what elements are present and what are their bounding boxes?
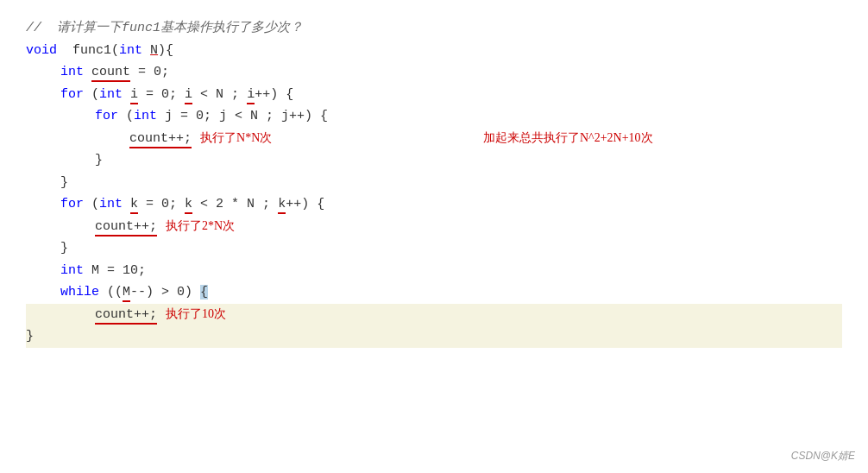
annotation-far-total: 加起来总共执行了N^2+2N+10次 — [483, 128, 653, 148]
m-var: M = 10; — [84, 260, 146, 282]
for-i-rest: i = 0; i < N ; i++) { — [123, 84, 293, 106]
annotation-2n: 执行了2*N次 — [166, 216, 235, 236]
func-name: func1( — [57, 40, 119, 62]
int-count-line: int count = 0; — [26, 61, 842, 84]
for-keyword-3: for — [60, 193, 84, 216]
count-pp-1: count++; — [129, 128, 192, 150]
int-keyword-4: int — [134, 105, 157, 128]
annotation-nn: 执行了N*N次 — [200, 128, 272, 148]
int-keyword-5: int — [99, 193, 123, 216]
for-k-line: for ( int k = 0; k < 2 * N ; k++) { — [26, 193, 842, 216]
while-keyword: while — [60, 281, 99, 304]
while-line: while ((M--) > 0) { — [26, 281, 842, 304]
close-brace-2: } — [26, 172, 842, 194]
for-k-rest: k = 0; k < 2 * N ; k++) { — [123, 193, 324, 216]
while-content: ((M--) > 0) { — [99, 281, 208, 304]
for-j-rest: j = 0; j < N ; j++) { — [157, 105, 328, 128]
close-brace-1: } — [26, 149, 842, 172]
int-keyword-1: int — [119, 40, 142, 62]
for-keyword-2: for — [95, 105, 118, 128]
for-keyword-1: for — [60, 84, 84, 106]
int-keyword-6: int — [60, 260, 84, 282]
for-j-content: ( — [118, 105, 134, 128]
annotation-10: 执行了10次 — [166, 304, 226, 325]
for-j-line: for ( int j = 0; j < N ; j++) { — [26, 105, 842, 128]
count-pp-3-line: count++; 执行了10次 — [26, 304, 842, 326]
func-signature: void func1( int N){ — [26, 40, 842, 62]
close-brace-3: } — [26, 237, 842, 260]
count-pp-2-line: count++; 执行了2*N次 — [26, 216, 842, 238]
for-k-content: ( — [84, 193, 99, 216]
count-pp-2: count++; — [95, 216, 157, 238]
for-i-line: for ( int i = 0; i < N ; i++) { — [26, 84, 842, 106]
count-var: count = 0; — [84, 61, 169, 84]
code-container: // 请计算一下func1基本操作执行了多少次？ void func1( int… — [0, 0, 868, 473]
comment-text: // 请计算一下func1基本操作执行了多少次？ — [26, 17, 303, 40]
int-m-line: int M = 10; — [26, 260, 842, 282]
count-pp-3: count++; — [95, 304, 157, 326]
void-keyword: void — [26, 40, 57, 62]
for-i-content: ( — [84, 84, 99, 106]
param-n: N){ — [142, 40, 173, 62]
close-brace-final: } — [26, 325, 842, 348]
count-pp-1-line: count++; 执行了N*N次 加起来总共执行了N^2+2N+10次 — [26, 128, 842, 150]
int-keyword-3: int — [99, 84, 123, 106]
int-keyword-2: int — [60, 61, 84, 84]
comment-line: // 请计算一下func1基本操作执行了多少次？ — [26, 17, 842, 40]
watermark: CSDN@K婧E — [791, 447, 855, 464]
